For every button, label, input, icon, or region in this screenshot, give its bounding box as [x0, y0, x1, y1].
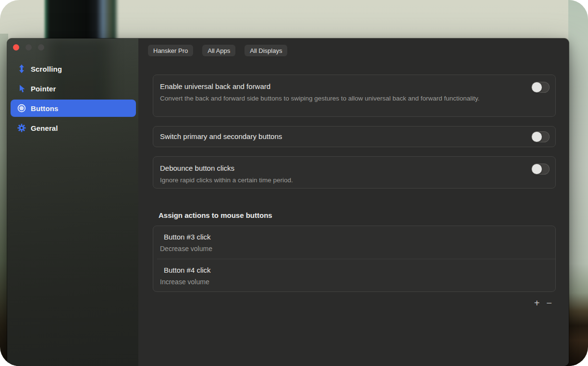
action-trigger-label: Button #4 click — [164, 266, 211, 274]
toggle-switch-buttons[interactable] — [531, 131, 550, 142]
chip-all-displays[interactable]: All Displays — [245, 45, 287, 56]
action-row-button-4[interactable]: Button #4 click Increase volume — [153, 259, 555, 292]
setting-description: Ignore rapid clicks within a certain tim… — [160, 176, 511, 185]
app-window: Scrolling Pointer — [7, 38, 569, 366]
toggle-universal-back-forward[interactable] — [531, 82, 550, 93]
sidebar-item-general[interactable]: General — [11, 119, 136, 137]
sidebar-item-label: Pointer — [31, 85, 56, 93]
toggle-knob — [532, 164, 542, 174]
sidebar-item-pointer[interactable]: Pointer — [11, 80, 136, 97]
list-controls: + − — [153, 298, 556, 308]
zoom-button[interactable] — [38, 44, 44, 50]
toggle-debounce[interactable] — [531, 164, 550, 175]
add-action-button[interactable]: + — [534, 298, 540, 308]
action-row-button-3[interactable]: Button #3 click Decrease volume — [153, 226, 555, 259]
setting-title: Switch primary and secondary buttons — [160, 132, 282, 140]
sidebar-item-label: Scrolling — [31, 65, 62, 73]
sidebar-item-buttons[interactable]: Buttons — [11, 100, 136, 117]
pointer-icon — [17, 84, 26, 93]
mouse-buttons-action-list: Button #3 click Decrease volume Button #… — [153, 226, 556, 292]
close-button[interactable] — [13, 44, 19, 50]
section-heading-assign-actions: Assign actions to mouse buttons — [159, 211, 272, 219]
action-trigger-label: Button #3 click — [164, 233, 211, 241]
sidebar: Scrolling Pointer — [7, 38, 138, 366]
action-assigned-label: Decrease volume — [160, 245, 212, 252]
content-pane: Hansker Pro All Apps All Displays Enable… — [138, 38, 569, 366]
setting-title: Enable universal back and forward — [160, 82, 270, 90]
sidebar-nav: Scrolling Pointer — [11, 60, 136, 139]
setting-description: Convert the back and forward side button… — [160, 94, 511, 103]
toggle-knob — [532, 82, 542, 92]
scope-chips: Hansker Pro All Apps All Displays — [148, 45, 287, 56]
setting-card-debounce: Debounce button clicks Ignore rapid clic… — [153, 156, 556, 189]
sidebar-item-label: General — [31, 124, 58, 132]
setting-card-universal-back-forward: Enable universal back and forward Conver… — [153, 75, 556, 117]
sidebar-item-label: Buttons — [31, 104, 58, 113]
chip-app-scope[interactable]: Hansker Pro — [148, 45, 193, 56]
setting-card-switch-buttons: Switch primary and secondary buttons — [153, 126, 556, 147]
remove-action-button[interactable]: − — [546, 298, 552, 308]
circle-icon — [17, 104, 26, 113]
screenshot-canvas: Scrolling Pointer — [0, 0, 588, 366]
chip-all-apps[interactable]: All Apps — [202, 45, 235, 56]
window-controls — [13, 44, 44, 50]
minimize-button[interactable] — [25, 44, 32, 50]
background-right-edge — [568, 0, 588, 366]
gear-icon — [17, 124, 26, 132]
toggle-knob — [532, 132, 542, 142]
sidebar-item-scrolling[interactable]: Scrolling — [11, 60, 136, 77]
scroll-arrows-icon — [17, 64, 26, 73]
background-monitor-blur — [45, 0, 119, 41]
action-assigned-label: Increase volume — [160, 278, 209, 286]
setting-title: Debounce button clicks — [160, 164, 234, 172]
